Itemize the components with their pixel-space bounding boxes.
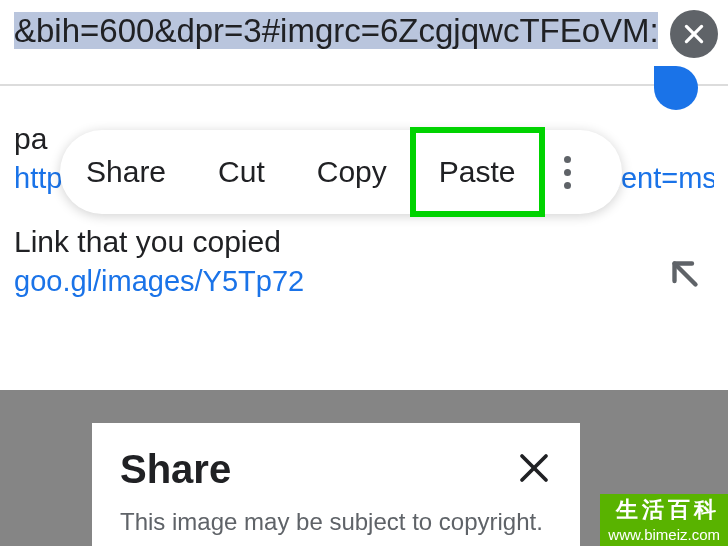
watermark: 生活百科 www.bimeiz.com xyxy=(600,494,728,546)
watermark-line2: www.bimeiz.com xyxy=(608,525,720,545)
share-sheet: Share This image may be subject to copyr… xyxy=(92,423,580,546)
copy-button[interactable]: Copy xyxy=(291,130,413,214)
copied-link-title: Link that you copied xyxy=(14,225,714,259)
insert-arrow-icon[interactable] xyxy=(664,253,714,303)
address-bar[interactable]: &bih=600&dpr=3#imgrc=6ZcgjqwcTFEoVM: xyxy=(0,0,728,86)
more-options-button[interactable] xyxy=(542,130,593,214)
share-sheet-subtitle: This image may be subject to copyright. xyxy=(120,508,552,536)
cut-button[interactable]: Cut xyxy=(192,130,291,214)
copied-link-item[interactable]: Link that you copied goo.gl/images/Y5Tp7… xyxy=(14,225,714,298)
more-vertical-icon xyxy=(564,156,571,189)
svg-line-2 xyxy=(675,264,696,285)
share-button[interactable]: Share xyxy=(60,130,192,214)
share-sheet-title: Share xyxy=(120,447,231,492)
clear-icon[interactable] xyxy=(670,10,718,58)
watermark-line1: 生活百科 xyxy=(608,496,720,525)
text-context-menu: Share Cut Copy Paste xyxy=(60,130,622,214)
paste-button[interactable]: Paste xyxy=(413,130,542,214)
url-text[interactable]: &bih=600&dpr=3#imgrc=6ZcgjqwcTFEoVM: xyxy=(14,8,658,54)
close-button[interactable] xyxy=(516,450,552,490)
copied-link-url: goo.gl/images/Y5Tp72 xyxy=(14,265,714,298)
